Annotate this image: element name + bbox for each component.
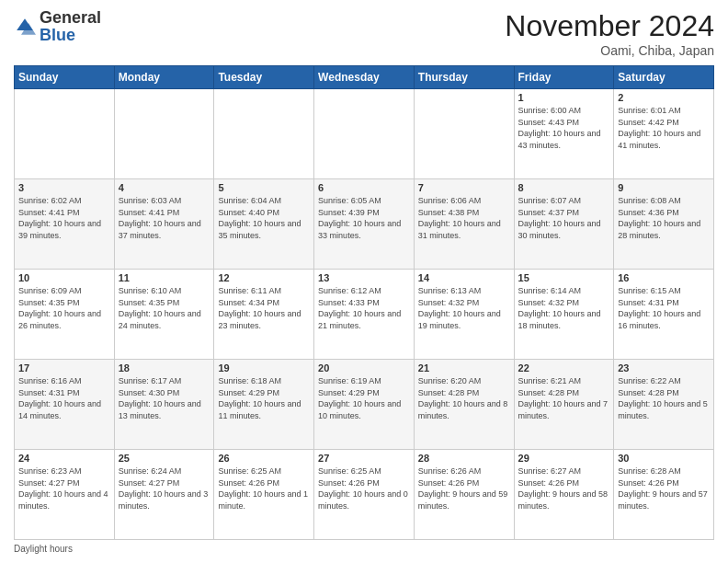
calendar-week-row: 24Sunrise: 6:23 AM Sunset: 4:27 PM Dayli… [15, 450, 714, 540]
day-number: 4 [119, 182, 210, 193]
day-number: 30 [618, 453, 710, 464]
calendar-day-cell: 26Sunrise: 6:25 AM Sunset: 4:26 PM Dayli… [214, 450, 314, 540]
calendar-week-row: 3Sunrise: 6:02 AM Sunset: 4:41 PM Daylig… [15, 179, 714, 270]
day-number: 10 [18, 272, 110, 283]
calendar-day-cell [314, 89, 415, 179]
page-container: General Blue November 2024 Oami, Chiba, … [0, 0, 728, 563]
day-info: Sunrise: 6:23 AM Sunset: 4:27 PM Dayligh… [18, 465, 110, 511]
calendar-day-cell: 9Sunrise: 6:08 AM Sunset: 4:36 PM Daylig… [614, 179, 714, 270]
day-info: Sunrise: 6:25 AM Sunset: 4:26 PM Dayligh… [318, 465, 410, 511]
calendar-day-cell: 3Sunrise: 6:02 AM Sunset: 4:41 PM Daylig… [15, 179, 115, 270]
calendar-day-cell: 5Sunrise: 6:04 AM Sunset: 4:40 PM Daylig… [214, 179, 314, 270]
day-info: Sunrise: 6:18 AM Sunset: 4:29 PM Dayligh… [218, 375, 310, 421]
day-info: Sunrise: 6:06 AM Sunset: 4:38 PM Dayligh… [418, 195, 510, 241]
day-number: 24 [18, 453, 110, 464]
calendar-day-cell [15, 89, 115, 179]
day-number: 19 [218, 362, 310, 373]
day-info: Sunrise: 6:20 AM Sunset: 4:28 PM Dayligh… [418, 375, 510, 421]
day-of-week-header: Sunday [15, 66, 115, 89]
day-info: Sunrise: 6:26 AM Sunset: 4:26 PM Dayligh… [418, 465, 510, 511]
day-number: 1 [518, 92, 610, 103]
day-number: 21 [418, 362, 510, 373]
calendar-day-cell: 21Sunrise: 6:20 AM Sunset: 4:28 PM Dayli… [414, 360, 514, 450]
day-info: Sunrise: 6:14 AM Sunset: 4:32 PM Dayligh… [518, 285, 610, 331]
day-info: Sunrise: 6:28 AM Sunset: 4:26 PM Dayligh… [618, 465, 710, 511]
calendar-day-cell: 22Sunrise: 6:21 AM Sunset: 4:28 PM Dayli… [514, 360, 614, 450]
day-info: Sunrise: 6:08 AM Sunset: 4:36 PM Dayligh… [618, 195, 710, 241]
calendar-day-cell: 23Sunrise: 6:22 AM Sunset: 4:28 PM Dayli… [614, 360, 714, 450]
day-number: 14 [418, 272, 510, 283]
day-number: 2 [618, 92, 710, 103]
calendar-table: SundayMondayTuesdayWednesdayThursdayFrid… [14, 65, 714, 540]
logo-icon [14, 16, 36, 38]
day-info: Sunrise: 6:12 AM Sunset: 4:33 PM Dayligh… [318, 285, 410, 331]
day-of-week-header: Tuesday [214, 66, 314, 89]
day-info: Sunrise: 6:11 AM Sunset: 4:34 PM Dayligh… [218, 285, 310, 331]
calendar-day-cell: 2Sunrise: 6:01 AM Sunset: 4:42 PM Daylig… [614, 89, 714, 179]
calendar-day-cell: 25Sunrise: 6:24 AM Sunset: 4:27 PM Dayli… [114, 450, 214, 540]
day-info: Sunrise: 6:03 AM Sunset: 4:41 PM Dayligh… [119, 195, 210, 241]
day-info: Sunrise: 6:27 AM Sunset: 4:26 PM Dayligh… [518, 465, 610, 511]
calendar-day-cell: 1Sunrise: 6:00 AM Sunset: 4:43 PM Daylig… [514, 89, 614, 179]
day-info: Sunrise: 6:01 AM Sunset: 4:42 PM Dayligh… [618, 105, 710, 151]
day-of-week-header: Saturday [614, 66, 714, 89]
day-info: Sunrise: 6:25 AM Sunset: 4:26 PM Dayligh… [218, 465, 310, 511]
day-number: 25 [119, 453, 210, 464]
day-number: 6 [318, 182, 410, 193]
day-number: 12 [218, 272, 310, 283]
calendar-day-cell: 27Sunrise: 6:25 AM Sunset: 4:26 PM Dayli… [314, 450, 415, 540]
footnote: Daylight hours [14, 544, 714, 554]
logo: General Blue [14, 9, 101, 44]
day-number: 3 [18, 182, 110, 193]
day-number: 16 [618, 272, 710, 283]
calendar-day-cell: 24Sunrise: 6:23 AM Sunset: 4:27 PM Dayli… [15, 450, 115, 540]
day-info: Sunrise: 6:15 AM Sunset: 4:31 PM Dayligh… [618, 285, 710, 331]
calendar-day-cell: 16Sunrise: 6:15 AM Sunset: 4:31 PM Dayli… [614, 270, 714, 360]
day-number: 17 [18, 362, 110, 373]
calendar-week-row: 10Sunrise: 6:09 AM Sunset: 4:35 PM Dayli… [15, 270, 714, 360]
calendar-day-cell: 11Sunrise: 6:10 AM Sunset: 4:35 PM Dayli… [114, 270, 214, 360]
location-text: Oami, Chiba, Japan [505, 43, 714, 58]
day-number: 18 [119, 362, 210, 373]
calendar-week-row: 1Sunrise: 6:00 AM Sunset: 4:43 PM Daylig… [15, 89, 714, 179]
day-number: 28 [418, 453, 510, 464]
calendar-day-cell: 4Sunrise: 6:03 AM Sunset: 4:41 PM Daylig… [114, 179, 214, 270]
calendar-day-cell: 13Sunrise: 6:12 AM Sunset: 4:33 PM Dayli… [314, 270, 415, 360]
day-info: Sunrise: 6:04 AM Sunset: 4:40 PM Dayligh… [218, 195, 310, 241]
calendar-day-cell: 6Sunrise: 6:05 AM Sunset: 4:39 PM Daylig… [314, 179, 415, 270]
day-of-week-header: Thursday [414, 66, 514, 89]
calendar-day-cell: 19Sunrise: 6:18 AM Sunset: 4:29 PM Dayli… [214, 360, 314, 450]
calendar-day-cell: 8Sunrise: 6:07 AM Sunset: 4:37 PM Daylig… [514, 179, 614, 270]
day-info: Sunrise: 6:19 AM Sunset: 4:29 PM Dayligh… [318, 375, 410, 421]
day-info: Sunrise: 6:00 AM Sunset: 4:43 PM Dayligh… [518, 105, 610, 151]
day-info: Sunrise: 6:05 AM Sunset: 4:39 PM Dayligh… [318, 195, 410, 241]
day-number: 9 [618, 182, 710, 193]
title-block: November 2024 Oami, Chiba, Japan [505, 9, 714, 58]
day-number: 23 [618, 362, 710, 373]
calendar-day-cell: 12Sunrise: 6:11 AM Sunset: 4:34 PM Dayli… [214, 270, 314, 360]
day-number: 29 [518, 453, 610, 464]
calendar-day-cell: 20Sunrise: 6:19 AM Sunset: 4:29 PM Dayli… [314, 360, 415, 450]
day-info: Sunrise: 6:16 AM Sunset: 4:31 PM Dayligh… [18, 375, 110, 421]
day-of-week-header: Monday [114, 66, 214, 89]
day-number: 7 [418, 182, 510, 193]
calendar-day-cell: 28Sunrise: 6:26 AM Sunset: 4:26 PM Dayli… [414, 450, 514, 540]
day-number: 13 [318, 272, 410, 283]
calendar-day-cell [214, 89, 314, 179]
day-info: Sunrise: 6:07 AM Sunset: 4:37 PM Dayligh… [518, 195, 610, 241]
logo-general-text: General [40, 8, 101, 27]
day-info: Sunrise: 6:02 AM Sunset: 4:41 PM Dayligh… [18, 195, 110, 241]
calendar-day-cell: 10Sunrise: 6:09 AM Sunset: 4:35 PM Dayli… [15, 270, 115, 360]
calendar-day-cell: 29Sunrise: 6:27 AM Sunset: 4:26 PM Dayli… [514, 450, 614, 540]
calendar-day-cell: 14Sunrise: 6:13 AM Sunset: 4:32 PM Dayli… [414, 270, 514, 360]
calendar-header-row: SundayMondayTuesdayWednesdayThursdayFrid… [15, 66, 714, 89]
day-number: 5 [218, 182, 310, 193]
day-of-week-header: Friday [514, 66, 614, 89]
logo-blue-text: Blue [40, 26, 75, 44]
day-info: Sunrise: 6:13 AM Sunset: 4:32 PM Dayligh… [418, 285, 510, 331]
day-of-week-header: Wednesday [314, 66, 415, 89]
day-number: 11 [119, 272, 210, 283]
day-info: Sunrise: 6:24 AM Sunset: 4:27 PM Dayligh… [119, 465, 210, 511]
day-number: 15 [518, 272, 610, 283]
day-info: Sunrise: 6:22 AM Sunset: 4:28 PM Dayligh… [618, 375, 710, 421]
